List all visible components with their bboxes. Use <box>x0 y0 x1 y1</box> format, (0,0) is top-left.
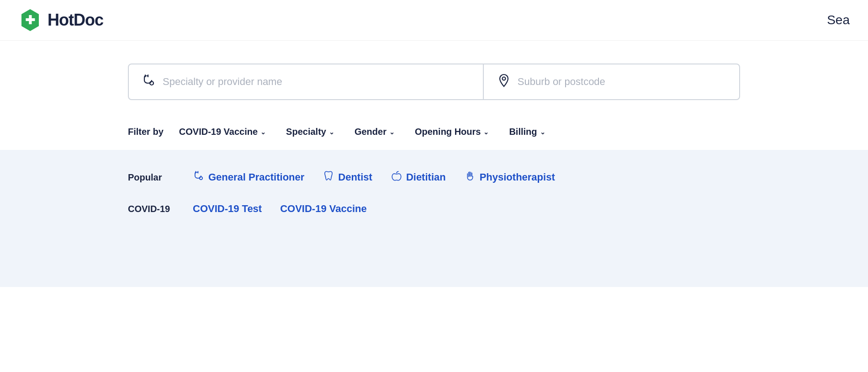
hand-icon <box>464 170 476 185</box>
header: ✚ HotDoc Sea <box>0 0 868 41</box>
dentist-link-label: Dentist <box>338 171 372 183</box>
svg-point-7 <box>502 77 505 80</box>
popular-row-2: COVID-19 COVID-19 Test COVID-19 Vaccine <box>128 201 740 217</box>
dietitian-link[interactable]: Dietitian <box>387 168 450 186</box>
chevron-down-icon: ⌄ <box>260 128 266 136</box>
covid-vaccine-filter-button[interactable]: COVID-19 Vaccine ⌄ <box>171 123 274 141</box>
hotdoc-logo-icon: ✚ <box>18 8 42 32</box>
search-section <box>0 41 868 114</box>
popular-row-1: Popular General Practitioner <box>128 168 740 186</box>
gp-link[interactable]: General Practitioner <box>189 168 308 186</box>
covid-vaccine-link[interactable]: COVID-19 Vaccine <box>276 201 370 217</box>
header-right-text: Sea <box>827 13 850 27</box>
dietitian-link-label: Dietitian <box>406 171 446 183</box>
chevron-down-icon: ⌄ <box>329 128 334 136</box>
billing-filter-label: Billing <box>509 127 537 137</box>
opening-hours-filter-label: Opening Hours <box>415 127 481 137</box>
dentist-link[interactable]: Dentist <box>319 168 376 186</box>
tooth-icon <box>323 170 334 185</box>
billing-filter-button[interactable]: Billing ⌄ <box>501 123 553 141</box>
apple-icon <box>391 170 402 185</box>
covid-label: COVID-19 <box>128 204 178 214</box>
physiotherapist-link-label: Physiotherapist <box>480 171 555 183</box>
search-bar <box>128 64 740 100</box>
chevron-down-icon: ⌄ <box>483 128 489 136</box>
svg-text:✚: ✚ <box>25 13 35 27</box>
covid-test-link-label: COVID-19 Test <box>193 203 262 215</box>
specialty-filter-button[interactable]: Specialty ⌄ <box>278 123 343 141</box>
filter-bar: Filter by COVID-19 Vaccine ⌄ Specialty ⌄… <box>0 114 868 150</box>
physiotherapist-link[interactable]: Physiotherapist <box>460 168 559 186</box>
location-search-field[interactable] <box>484 64 739 99</box>
location-pin-icon <box>497 73 511 91</box>
popular-section: Popular General Practitioner <box>0 150 868 287</box>
chevron-down-icon: ⌄ <box>540 128 545 136</box>
stethoscope-icon <box>193 170 205 185</box>
specialty-filter-label: Specialty <box>286 127 326 137</box>
gender-filter-button[interactable]: Gender ⌄ <box>346 123 403 141</box>
opening-hours-filter-button[interactable]: Opening Hours ⌄ <box>407 123 497 141</box>
gp-link-label: General Practitioner <box>208 171 304 183</box>
logo-area: ✚ HotDoc <box>18 8 103 32</box>
covid-vaccine-link-label: COVID-19 Vaccine <box>280 203 367 215</box>
logo-text: HotDoc <box>48 11 103 30</box>
location-input[interactable] <box>518 76 726 88</box>
specialty-search-field[interactable] <box>129 64 484 99</box>
specialty-input[interactable] <box>163 76 470 88</box>
popular-label: Popular <box>128 172 178 183</box>
gender-filter-label: Gender <box>355 127 386 137</box>
chevron-down-icon: ⌄ <box>389 128 395 136</box>
covid-vaccine-filter-label: COVID-19 Vaccine <box>179 127 258 137</box>
covid-test-link[interactable]: COVID-19 Test <box>189 201 265 217</box>
filter-by-label: Filter by <box>128 127 164 137</box>
stethoscope-icon <box>142 73 156 91</box>
